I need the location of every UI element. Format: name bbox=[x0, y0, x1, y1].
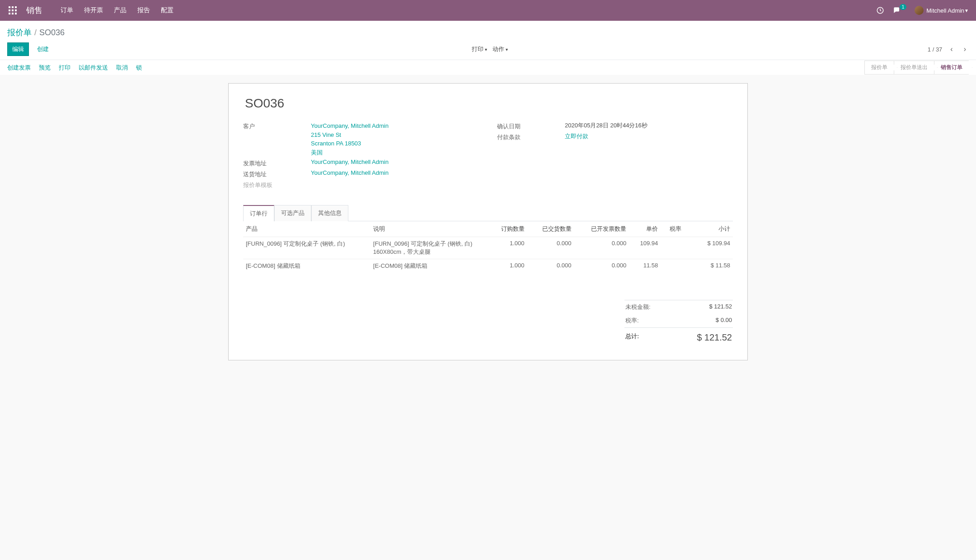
untaxed-value: $ 121.52 bbox=[709, 303, 732, 311]
cell-desc: [FURN_0096] 可定制化桌子 (钢铁, 白) 160X80cm，带大桌腿 bbox=[371, 237, 488, 259]
top-navbar: 销售 订单 待开票 产品 报告 配置 1 Mitchell Admin ▼ bbox=[0, 0, 976, 21]
tab-other-info[interactable]: 其他信息 bbox=[311, 205, 348, 221]
print-label: 打印 bbox=[472, 45, 483, 53]
svg-rect-6 bbox=[9, 13, 10, 14]
field-payment-term[interactable]: 立即付款 bbox=[565, 133, 588, 140]
breadcrumb-sep: / bbox=[34, 28, 37, 37]
user-name: Mitchell Admin bbox=[926, 7, 964, 14]
tax-value: $ 0.00 bbox=[716, 317, 732, 325]
label-payment-term: 付款条款 bbox=[497, 132, 565, 141]
print-button[interactable]: 打印 bbox=[59, 64, 70, 72]
order-title: SO036 bbox=[245, 96, 733, 111]
create-button[interactable]: 创建 bbox=[33, 43, 52, 56]
total-value: $ 121.52 bbox=[697, 332, 732, 343]
breadcrumb: 报价单 / SO036 bbox=[7, 24, 969, 41]
create-invoice-button[interactable]: 创建发票 bbox=[7, 64, 31, 72]
cell-subtotal: $ 109.94 bbox=[684, 237, 733, 259]
chevron-down-icon: ▾ bbox=[506, 47, 508, 52]
send-mail-button[interactable]: 以邮件发送 bbox=[79, 64, 108, 72]
cell-tax bbox=[661, 259, 684, 273]
cell-qty: 1.000 bbox=[488, 237, 527, 259]
col-price: 单价 bbox=[629, 221, 661, 237]
form-sheet: SO036 客户 YourCompany, Mitchell Admin 215… bbox=[228, 83, 748, 360]
activity-icon[interactable] bbox=[876, 6, 884, 14]
field-invoice-addr[interactable]: YourCompany, Mitchell Admin bbox=[311, 159, 389, 165]
svg-rect-2 bbox=[15, 6, 17, 8]
cell-invoiced: 0.000 bbox=[574, 259, 629, 273]
chevron-down-icon: ▾ bbox=[485, 47, 487, 52]
svg-rect-1 bbox=[12, 6, 14, 8]
status-step-quotation[interactable]: 报价单 bbox=[864, 61, 894, 75]
nav-to-invoice[interactable]: 待开票 bbox=[84, 6, 103, 14]
breadcrumb-current: SO036 bbox=[39, 28, 65, 37]
messaging-icon[interactable]: 1 bbox=[892, 6, 907, 15]
cancel-button[interactable]: 取消 bbox=[116, 64, 128, 72]
message-count-badge: 1 bbox=[900, 4, 907, 10]
order-lines-table: 产品 说明 订购数量 已交货数量 已开发票数量 单价 税率 小计 [FURN_0… bbox=[243, 221, 733, 273]
print-dropdown[interactable]: 打印 ▾ bbox=[472, 45, 487, 53]
apps-icon[interactable] bbox=[7, 5, 18, 16]
pager-prev[interactable]: ‹ bbox=[948, 44, 955, 54]
col-subtotal: 小计 bbox=[684, 221, 733, 237]
chevron-down-icon: ▼ bbox=[964, 8, 969, 13]
field-template bbox=[311, 180, 479, 189]
tabs: 订单行 可选产品 其他信息 bbox=[243, 205, 733, 221]
control-panel: 报价单 / SO036 编辑 创建 打印 ▾ 动作 ▾ 1 / 37 ‹ › bbox=[0, 21, 976, 60]
col-desc: 说明 bbox=[371, 221, 488, 237]
svg-rect-8 bbox=[15, 13, 17, 14]
svg-rect-5 bbox=[15, 9, 17, 11]
action-dropdown[interactable]: 动作 ▾ bbox=[493, 45, 508, 53]
preview-button[interactable]: 预览 bbox=[39, 64, 51, 72]
field-shipping-addr[interactable]: YourCompany, Mitchell Admin bbox=[311, 169, 389, 176]
untaxed-label: 未税金额: bbox=[625, 303, 651, 311]
nav-config[interactable]: 配置 bbox=[161, 6, 174, 14]
cell-price: 11.58 bbox=[629, 259, 661, 273]
app-name[interactable]: 销售 bbox=[26, 5, 42, 16]
svg-rect-0 bbox=[9, 6, 10, 8]
svg-rect-7 bbox=[12, 13, 14, 14]
svg-rect-3 bbox=[9, 9, 10, 11]
svg-rect-4 bbox=[12, 9, 14, 11]
table-row[interactable]: [FURN_0096] 可定制化桌子 (钢铁, 白) [FURN_0096] 可… bbox=[243, 237, 733, 259]
status-step-order[interactable]: 销售订单 bbox=[934, 61, 969, 75]
cell-delivered: 0.000 bbox=[527, 259, 574, 273]
nav-products[interactable]: 产品 bbox=[114, 6, 127, 14]
label-template: 报价单模板 bbox=[243, 180, 311, 189]
label-customer: 客户 bbox=[243, 121, 311, 157]
pager-next[interactable]: › bbox=[961, 44, 969, 54]
col-invoiced: 已开发票数量 bbox=[574, 221, 629, 237]
edit-button[interactable]: 编辑 bbox=[7, 42, 29, 56]
cell-qty: 1.000 bbox=[488, 259, 527, 273]
status-step-sent[interactable]: 报价单送出 bbox=[894, 61, 934, 75]
nav-orders[interactable]: 订单 bbox=[61, 6, 73, 14]
cell-delivered: 0.000 bbox=[527, 237, 574, 259]
user-menu[interactable]: Mitchell Admin ▼ bbox=[915, 6, 969, 15]
breadcrumb-root[interactable]: 报价单 bbox=[7, 27, 32, 38]
avatar bbox=[915, 6, 924, 15]
col-product: 产品 bbox=[243, 221, 371, 237]
cell-tax bbox=[661, 237, 684, 259]
status-bar: 创建发票 预览 打印 以邮件发送 取消 锁 报价单 报价单送出 销售订单 bbox=[0, 60, 976, 75]
tax-label: 税率: bbox=[625, 317, 639, 325]
field-confirm-date: 2020年05月28日 20时44分16秒 bbox=[565, 121, 733, 131]
cell-product: [E-COM08] 储藏纸箱 bbox=[243, 259, 371, 273]
label-confirm-date: 确认日期 bbox=[497, 121, 565, 131]
label-shipping-addr: 送货地址 bbox=[243, 169, 311, 178]
tab-order-lines[interactable]: 订单行 bbox=[243, 205, 274, 221]
field-customer[interactable]: YourCompany, Mitchell Admin 215 Vine St … bbox=[311, 121, 479, 157]
tab-optional-products[interactable]: 可选产品 bbox=[274, 205, 311, 221]
totals: 未税金额:$ 121.52 税率:$ 0.00 总计:$ 121.52 bbox=[624, 300, 733, 345]
cell-subtotal: $ 11.58 bbox=[684, 259, 733, 273]
pager: 1 / 37 bbox=[928, 46, 943, 53]
cell-invoiced: 0.000 bbox=[574, 237, 629, 259]
nav-reports[interactable]: 报告 bbox=[137, 6, 150, 14]
col-tax: 税率 bbox=[661, 221, 684, 237]
label-invoice-addr: 发票地址 bbox=[243, 159, 311, 168]
table-row[interactable]: [E-COM08] 储藏纸箱 [E-COM08] 储藏纸箱 1.000 0.00… bbox=[243, 259, 733, 273]
cell-product: [FURN_0096] 可定制化桌子 (钢铁, 白) bbox=[243, 237, 371, 259]
lock-button[interactable]: 锁 bbox=[136, 64, 142, 72]
cell-price: 109.94 bbox=[629, 237, 661, 259]
status-steps: 报价单 报价单送出 销售订单 bbox=[864, 61, 969, 75]
col-qty: 订购数量 bbox=[488, 221, 527, 237]
cell-desc: [E-COM08] 储藏纸箱 bbox=[371, 259, 488, 273]
